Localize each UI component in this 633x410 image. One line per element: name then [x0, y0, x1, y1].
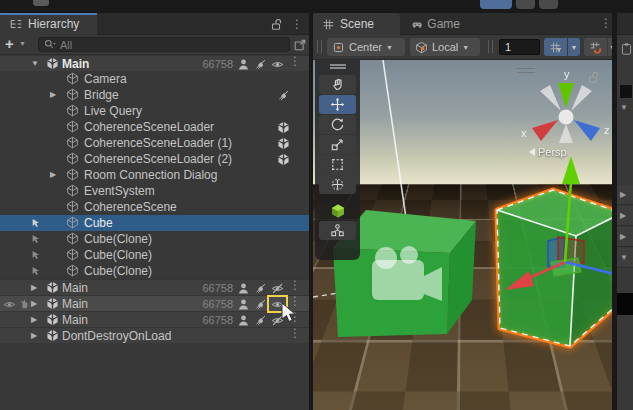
foldout-closed-icon[interactable]: ▶: [31, 296, 37, 312]
projection-toggle[interactable]: Persp: [529, 146, 567, 158]
tab-game[interactable]: Game: [403, 13, 469, 35]
pause-button[interactable]: [516, 0, 535, 9]
tool-rect-button[interactable]: [319, 155, 356, 174]
row-label: CoherenceSceneLoader (1): [84, 135, 232, 151]
network-authority-icon: [30, 249, 42, 261]
visibility-eye-icon[interactable]: [271, 58, 284, 71]
search-icon: [43, 38, 56, 51]
tab-hierarchy[interactable]: Hierarchy: [0, 13, 97, 35]
axis-cone-back1[interactable]: [540, 85, 561, 111]
tool-hand-button[interactable]: [319, 75, 356, 94]
foldout-closed-icon[interactable]: ▶: [31, 280, 37, 296]
connection-muted-icon[interactable]: [254, 314, 267, 327]
visibility-eye-off-icon[interactable]: [271, 282, 284, 295]
hierarchy-row-eventsystem[interactable]: EventSystem: [0, 183, 309, 199]
row-kebab-icon[interactable]: ⋮: [289, 328, 301, 338]
gizmo-center[interactable]: [559, 110, 574, 125]
hierarchy-row-scene-main-3[interactable]: ▶ Main 66758 ⋮: [0, 295, 309, 311]
search-input[interactable]: [56, 39, 285, 51]
scene-asset-icon: [46, 281, 59, 294]
hierarchy-row-cube[interactable]: Cube: [0, 215, 309, 231]
client-id: 66758: [191, 56, 233, 72]
hierarchy-row-cube-clone[interactable]: Cube(Clone): [0, 247, 309, 263]
hierarchy-toolbar: + ▼: [0, 35, 309, 55]
pivot-mode-dropdown[interactable]: Center ▼: [327, 38, 405, 56]
tool-custom-cube-button[interactable]: [319, 201, 356, 220]
popout-window-icon[interactable]: [293, 38, 307, 52]
gizmo-lock-icon[interactable]: [586, 70, 600, 84]
toolbar-grip[interactable]: [488, 40, 493, 53]
axis-cone-back3[interactable]: [559, 124, 573, 143]
tool-rotate-button[interactable]: [319, 115, 356, 134]
foldout-closed-icon[interactable]: ▶: [31, 328, 37, 344]
orientation-label: Local: [432, 41, 458, 53]
hierarchy-row-scene-main-2[interactable]: ▶ Main 66758 ⋮: [0, 279, 309, 295]
orientation-dropdown[interactable]: Local ▼: [410, 38, 480, 56]
tool-move-button[interactable]: [319, 95, 356, 114]
hierarchy-row-room-connection-dialog[interactable]: ▶ Room Connection Dialog: [0, 167, 309, 183]
inspector-row[interactable]: ▶: [617, 206, 633, 226]
hierarchy-row-cube-clone[interactable]: Cube(Clone): [0, 263, 309, 279]
hierarchy-row-coherencesceneloader[interactable]: CoherenceSceneLoader: [0, 119, 309, 135]
create-button[interactable]: +: [5, 35, 14, 52]
tool-joints-button[interactable]: [319, 221, 356, 240]
grid-size-input[interactable]: [499, 39, 540, 55]
inspector-row[interactable]: ▶: [617, 185, 633, 205]
person-icon[interactable]: [237, 282, 250, 295]
hierarchy-search-field[interactable]: [38, 37, 290, 52]
hierarchy-row-cube-clone[interactable]: Cube(Clone): [0, 231, 309, 247]
gutter-visibility-icon[interactable]: [3, 298, 16, 311]
step-button[interactable]: [539, 0, 558, 9]
person-icon[interactable]: [237, 314, 250, 327]
foldout-closed-icon[interactable]: ▶: [50, 87, 56, 103]
overlay-drag-handle[interactable]: [330, 64, 346, 69]
tab-scene[interactable]: Scene: [313, 13, 400, 35]
create-dropdown-icon[interactable]: ▼: [19, 40, 26, 47]
inspector-row[interactable]: ▼: [617, 248, 633, 268]
hierarchy-row-scene-main[interactable]: ▼ Main 66758 ⋮: [0, 55, 309, 71]
connection-muted-icon[interactable]: [254, 58, 267, 71]
grid-snap-button[interactable]: [584, 38, 607, 56]
lock-open-icon[interactable]: [269, 17, 283, 31]
play-button[interactable]: [480, 0, 512, 9]
axis-cone-back2[interactable]: [571, 85, 592, 111]
hierarchy-row-live-query[interactable]: Live Query: [0, 103, 309, 119]
tool-transform-button[interactable]: [319, 175, 356, 194]
foldout-open-icon[interactable]: ▼: [620, 103, 628, 112]
row-label: Cube(Clone): [84, 247, 152, 263]
connection-muted-icon[interactable]: [254, 298, 267, 311]
grid-visibility-button[interactable]: Y: [544, 38, 567, 56]
hierarchy-row-coherencesceneloader-1[interactable]: CoherenceSceneLoader (1): [0, 135, 309, 151]
inspector-row[interactable]: ▶: [617, 227, 633, 247]
gutter-pickability-icon[interactable]: [18, 298, 30, 310]
axis-cone-y[interactable]: [558, 83, 574, 108]
row-label: Live Query: [84, 103, 142, 119]
tool-scale-button[interactable]: [319, 135, 356, 154]
scene-grid-icon: [322, 18, 335, 31]
hierarchy-row-coherencesceneloader-2[interactable]: CoherenceSceneLoader (2): [0, 151, 309, 167]
hierarchy-row-bridge[interactable]: ▶ Bridge: [0, 87, 309, 103]
scene-viewport[interactable]: y x z Persp: [313, 60, 612, 410]
foldout-closed-icon[interactable]: ▶: [31, 312, 37, 328]
axis-cone-x[interactable]: [532, 120, 558, 141]
toolbar-grip[interactable]: [317, 40, 322, 53]
person-icon[interactable]: [237, 298, 250, 311]
row-kebab-icon[interactable]: ⋮: [289, 56, 301, 66]
grid-visibility-dropdown-icon[interactable]: ▼: [567, 38, 580, 56]
connection-muted-icon[interactable]: [254, 282, 267, 295]
hierarchy-row-camera[interactable]: Camera: [0, 71, 309, 87]
gameobject-cube-icon: [66, 120, 79, 133]
connection-muted-icon[interactable]: [277, 89, 290, 102]
hierarchy-row-dontdestroyonload[interactable]: ▶ DontDestroyOnLoad ⋮: [0, 327, 309, 343]
scene-kebab-menu-icon[interactable]: ⋮: [600, 18, 612, 28]
axis-cone-z[interactable]: [574, 120, 600, 141]
hierarchy-row-scene-main-4[interactable]: ▶ Main 66758 ⋮: [0, 311, 309, 327]
hierarchy-row-coherencescene[interactable]: CoherenceScene: [0, 199, 309, 215]
hierarchy-kebab-menu-icon[interactable]: ⋮: [291, 19, 303, 29]
person-icon[interactable]: [237, 58, 250, 71]
inspector-field[interactable]: [619, 84, 633, 99]
local-axes-icon: [415, 41, 428, 54]
foldout-open-icon[interactable]: ▼: [31, 56, 39, 72]
foldout-closed-icon[interactable]: ▶: [50, 167, 56, 183]
row-kebab-icon[interactable]: ⋮: [289, 280, 301, 290]
